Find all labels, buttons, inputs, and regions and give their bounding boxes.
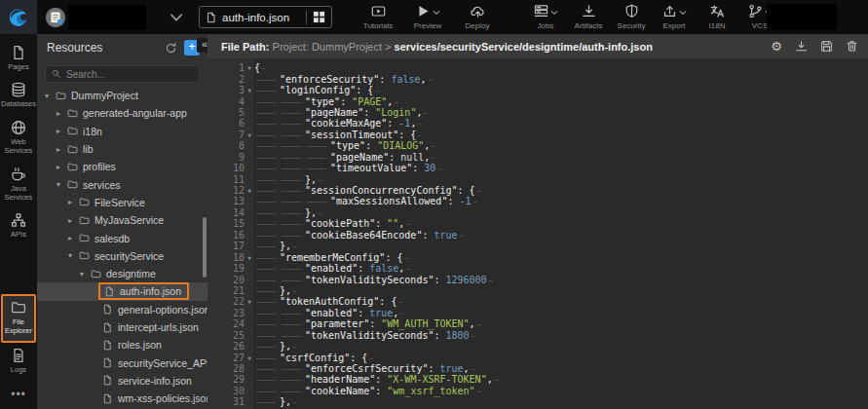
- code-line-28[interactable]: 28"enforceCsrfSecurity": true,: [208, 363, 868, 374]
- tree-item-wm-xss-policies-json[interactable]: wm-xss-policies.json: [37, 390, 208, 407]
- menu-item-deploy[interactable]: Deploy: [459, 4, 496, 30]
- fold-caret-icon[interactable]: ▼: [245, 254, 254, 261]
- tree-item-securityservice-api-jso[interactable]: securityService_API.jso: [37, 353, 208, 371]
- code-line-26[interactable]: 26},: [208, 341, 868, 352]
- code-line-16[interactable]: 16"cookieBase64Encode": true: [208, 230, 868, 241]
- grid-icon[interactable]: [313, 11, 325, 23]
- code-line-7[interactable]: 7▼"sessionTimeout": {: [208, 130, 868, 140]
- code-line-24[interactable]: 24"parameter": "WM_AUTH_TOKEN",: [208, 318, 868, 329]
- code-line-23[interactable]: 23"enabled": true,: [208, 308, 868, 318]
- tree-item-generated-angular-app[interactable]: ▸generated-angular-app: [37, 104, 208, 122]
- sidebar-item-apis[interactable]: APIs: [1, 207, 36, 244]
- menu-item-export[interactable]: Export: [656, 4, 693, 30]
- tree-item-securityservice[interactable]: ▾securityService: [37, 247, 208, 265]
- tree-item-auth-info-json[interactable]: auth-info.json: [37, 282, 208, 300]
- code-line-15[interactable]: 15"cookiePath": "",: [208, 218, 868, 229]
- sidebar-item-pages[interactable]: Pages: [1, 40, 36, 77]
- tree-item-service-info-json[interactable]: service-info.json: [37, 372, 208, 390]
- save-file-icon[interactable]: [820, 40, 833, 53]
- caret-collapsed-icon[interactable]: ▸: [57, 145, 67, 154]
- tree-item-roles-json[interactable]: roles.json: [37, 336, 208, 353]
- code-line-19[interactable]: 19"enabled": false,: [208, 263, 868, 274]
- delete-file-icon[interactable]: [846, 40, 858, 53]
- chevron-down-icon[interactable]: [170, 11, 183, 24]
- code-line-21[interactable]: 21},: [208, 285, 868, 296]
- menu-item-security[interactable]: Security: [613, 4, 650, 30]
- caret-collapsed-icon[interactable]: ▸: [57, 109, 67, 118]
- tree-item-i18n[interactable]: ▸i18n: [37, 123, 208, 140]
- code-line-29[interactable]: 29"headerName": "X-WM-XSRF-TOKEN",: [208, 374, 868, 385]
- chevron-down-icon[interactable]: [679, 9, 687, 17]
- menu-item-i18n[interactable]: I18N: [698, 4, 736, 30]
- fold-caret-icon[interactable]: ▼: [245, 64, 254, 71]
- caret-expanded-icon[interactable]: ▾: [57, 180, 67, 189]
- code-line-1[interactable]: 1▼{: [208, 62, 868, 73]
- code-line-13[interactable]: 13"maxSessionsAllowed": -1: [208, 196, 868, 206]
- code-line-2[interactable]: 2"enforceSecurity": false,: [208, 73, 868, 84]
- download-file-icon[interactable]: [795, 40, 808, 53]
- code-line-18[interactable]: 18▼"rememberMeConfig": {: [208, 251, 868, 262]
- code-line-5[interactable]: 5"pageName": "Login",: [208, 107, 868, 118]
- sidebar-item-file-explorer[interactable]: FileExplorer: [1, 294, 36, 343]
- sidebar-item-java-services[interactable]: JavaServices: [1, 162, 36, 208]
- fold-caret-icon[interactable]: ▼: [245, 87, 254, 93]
- fold-caret-icon[interactable]: ▼: [245, 131, 254, 138]
- chevron-down-icon[interactable]: [433, 9, 440, 17]
- editor-settings-gear-icon[interactable]: ⚙: [771, 39, 782, 54]
- caret-collapsed-icon[interactable]: ▸: [57, 163, 67, 171]
- resources-scrollbar[interactable]: [203, 217, 207, 278]
- menu-item-preview[interactable]: Preview: [402, 4, 453, 30]
- caret-collapsed-icon[interactable]: ▸: [68, 198, 79, 206]
- tree-item-general-options-json[interactable]: general-options.json: [37, 301, 208, 318]
- tree-item-myjavaservice[interactable]: ▸MyJavaService: [37, 211, 208, 229]
- code-line-10[interactable]: 10"timeoutValue": 30: [208, 163, 868, 173]
- tree-item-services[interactable]: ▾services: [37, 175, 208, 193]
- tree-item-fileservice[interactable]: ▸FileService: [37, 194, 208, 211]
- code-line-25[interactable]: 25"tokenValiditySeconds": 1800: [208, 330, 868, 341]
- fold-caret-icon[interactable]: ▼: [245, 298, 254, 305]
- menu-item-jobs[interactable]: Jobs: [527, 4, 564, 30]
- code-line-4[interactable]: 4"type": "PAGE",: [208, 95, 868, 106]
- code-line-20[interactable]: 20"tokenValiditySeconds": 1296000: [208, 274, 868, 284]
- project-avatar-icon[interactable]: [45, 7, 66, 28]
- code-editor[interactable]: 1▼{2"enforceSecurity": false,3▼"loginCon…: [208, 58, 868, 409]
- refresh-icon[interactable]: [165, 42, 177, 55]
- code-line-6[interactable]: 6"cookieMaxAge": -1,: [208, 118, 868, 129]
- caret-expanded-icon[interactable]: ▾: [68, 251, 79, 260]
- code-line-31[interactable]: 31},: [208, 396, 868, 407]
- project-crumb[interactable]: Project: DummyProject >: [270, 41, 395, 53]
- search-input[interactable]: [66, 69, 183, 80]
- fold-caret-icon[interactable]: ▼: [245, 354, 254, 361]
- chevron-down-icon[interactable]: [550, 9, 558, 17]
- code-line-17[interactable]: 17},: [208, 241, 868, 251]
- menu-item-tutorials[interactable]: Tutorials: [359, 4, 396, 30]
- open-file-tab[interactable]: auth-info.json: [199, 6, 332, 28]
- caret-collapsed-icon[interactable]: ▸: [68, 234, 79, 242]
- code-line-27[interactable]: 27▼"csrfConfig": {: [208, 352, 868, 362]
- code-line-8[interactable]: 8"type": "DIALOG",: [208, 140, 868, 151]
- code-line-14[interactable]: 14},: [208, 207, 868, 218]
- tree-item-salesdb[interactable]: ▸salesdb: [37, 229, 208, 246]
- code-line-22[interactable]: 22▼"tokenAuthConfig": {: [208, 296, 868, 307]
- code-line-11[interactable]: 11},: [208, 173, 868, 184]
- app-logo[interactable]: [0, 0, 37, 34]
- tree-item-dummyproject[interactable]: ▾DummyProject: [37, 87, 208, 104]
- caret-expanded-icon[interactable]: ▾: [80, 270, 91, 279]
- tree-item-profiles[interactable]: ▸profiles: [37, 158, 208, 175]
- tree-item-lib[interactable]: ▸lib: [37, 140, 208, 158]
- fold-caret-icon[interactable]: ▼: [245, 187, 254, 194]
- code-line-30[interactable]: 30"cookieName": "wm_xsrf_token": [208, 386, 868, 396]
- sidebar-item-logs[interactable]: Logs: [1, 343, 36, 380]
- code-line-3[interactable]: 3▼"loginConfig": {: [208, 85, 868, 95]
- caret-collapsed-icon[interactable]: ▸: [68, 216, 79, 225]
- code-line-12[interactable]: 12▼"sessionConcurrencyConfig": {: [208, 185, 868, 196]
- caret-collapsed-icon[interactable]: ▸: [57, 127, 67, 135]
- sidebar-item-databases[interactable]: Databases: [1, 77, 36, 114]
- more-options-button[interactable]: •••: [11, 380, 26, 409]
- tree-item-designtime[interactable]: ▾designtime: [37, 265, 208, 282]
- caret-expanded-icon[interactable]: ▾: [45, 92, 56, 100]
- code-line-9[interactable]: 9"pageName": null,: [208, 152, 868, 163]
- sidebar-item-web-services[interactable]: WebServices: [1, 115, 36, 162]
- menu-item-artifacts[interactable]: Artifacts: [570, 4, 607, 30]
- tree-item-intercept-urls-json[interactable]: intercept-urls.json: [37, 318, 208, 336]
